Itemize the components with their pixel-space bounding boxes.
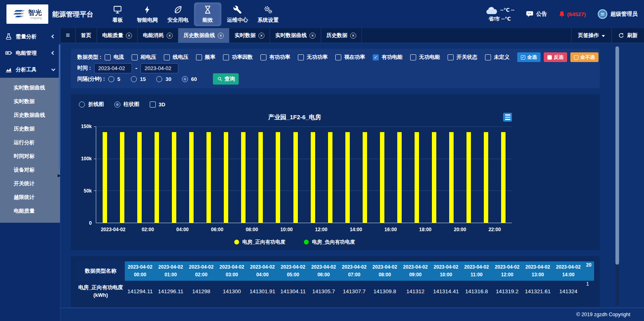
data-type-checkbox-2[interactable]: 相电压 (132, 54, 156, 61)
hamburger-icon[interactable]: ≡ (60, 28, 76, 43)
close-icon[interactable]: × (350, 33, 356, 39)
chart-mode-1[interactable]: 折线图 (79, 101, 104, 108)
bar[interactable] (172, 132, 176, 223)
checkbox-icon[interactable] (164, 54, 170, 60)
bar[interactable] (363, 132, 367, 223)
radio-icon[interactable] (108, 76, 114, 82)
sidebar-item-time-benchmark[interactable]: 时间对标 (0, 149, 60, 163)
bar[interactable] (380, 132, 384, 223)
data-type-checkbox-12[interactable]: 未定义 (485, 54, 510, 61)
nav-item-smart-grid[interactable]: 智能电网 (133, 2, 162, 26)
bar[interactable] (449, 132, 454, 223)
checkbox-icon[interactable] (485, 54, 491, 60)
checkbox-icon[interactable] (335, 54, 341, 60)
sidebar-item-device-benchmark[interactable]: 设备对标 (0, 163, 60, 177)
radio-icon[interactable] (182, 76, 188, 82)
bar[interactable] (206, 132, 211, 223)
radio-icon[interactable] (114, 101, 120, 108)
chart-mode-3[interactable]: 3D (150, 101, 165, 108)
sidebar-item-run-analysis[interactable]: 运行分析 (0, 136, 60, 149)
close-icon[interactable]: × (218, 33, 224, 39)
sidebar-group-energy-mgmt[interactable]: 电能管理 (0, 45, 60, 61)
sidebar-item-history-curve[interactable]: 历史数据曲线 (0, 108, 60, 122)
close-icon[interactable]: × (310, 33, 316, 39)
chart-mode-2[interactable]: 柱状图 (114, 101, 139, 108)
data-type-checkbox-10[interactable]: 无功电能 (410, 54, 440, 61)
sidebar-item-history-data[interactable]: 历史数据 (0, 122, 60, 136)
bar[interactable] (484, 132, 488, 223)
nav-item-settings[interactable]: 系统设置 (254, 2, 283, 26)
bar[interactable] (241, 132, 246, 223)
data-type-checkbox-11[interactable]: 开关状态 (448, 54, 477, 61)
tab-history-curve[interactable]: 历史数据曲线× (178, 28, 229, 43)
checkbox-icon[interactable] (260, 54, 266, 60)
bar[interactable] (224, 132, 228, 223)
bar[interactable] (137, 132, 142, 223)
data-type-checkbox-8[interactable]: 视在功率 (335, 54, 365, 61)
refresh-button[interactable]: 刷新 (611, 28, 644, 43)
query-button[interactable]: 查询 (213, 73, 239, 85)
data-type-checkbox-6[interactable]: 有功功率 (260, 54, 290, 61)
select-none-button[interactable]: 全不选 (570, 52, 599, 62)
checkbox-icon[interactable] (196, 54, 202, 60)
checkbox-icon[interactable] (150, 101, 156, 108)
radio-icon[interactable] (131, 76, 137, 82)
sidebar-item-switch-stats[interactable]: 开关统计 (0, 177, 60, 191)
tab-realtime-curve[interactable]: 实时数据曲线× (270, 28, 321, 43)
checkbox-icon[interactable] (410, 54, 416, 60)
user-menu[interactable]: 超级管理员 (597, 9, 638, 19)
tab-history-data[interactable]: 历史数据× (321, 28, 362, 43)
bar[interactable] (120, 132, 124, 223)
chart-toolbox-menu-icon[interactable] (503, 113, 512, 122)
date-to-input[interactable] (140, 63, 178, 73)
sidebar-item-realtime-data[interactable]: 实时数据 (0, 95, 60, 108)
tab-power-quality[interactable]: 电能质量× (97, 28, 138, 43)
bar[interactable] (328, 132, 332, 223)
nav-item-ops-center[interactable]: 运维中心 (223, 2, 252, 26)
bar[interactable] (258, 132, 263, 223)
data-type-checkbox-7[interactable]: 无功功率 (298, 54, 328, 61)
bar[interactable] (155, 132, 159, 223)
bar[interactable] (189, 132, 194, 223)
notification-button[interactable]: (64527) (558, 10, 586, 18)
sidebar-item-limit-stats[interactable]: 越限统计 (0, 191, 60, 204)
tab-power-consume[interactable]: 电能消耗× (138, 28, 178, 43)
data-type-checkbox-5[interactable]: 功率因数 (223, 54, 253, 61)
announcement-button[interactable]: 公告 (526, 10, 547, 18)
bar[interactable] (432, 132, 436, 223)
interval-radio-15[interactable]: 15 (131, 76, 146, 82)
bar[interactable] (466, 132, 471, 223)
checkbox-icon[interactable] (105, 54, 111, 60)
sidebar-item-realtime-curve[interactable]: 实时数据曲线 (0, 81, 60, 95)
data-type-checkbox-1[interactable]: 电流 (105, 54, 124, 61)
close-icon[interactable]: × (258, 33, 264, 39)
sidebar-item-power-quality[interactable]: 电能质量 (0, 204, 60, 218)
interval-radio-60[interactable]: 60 (182, 76, 197, 82)
bar[interactable] (501, 132, 506, 223)
nav-item-safe-power[interactable]: 安全用电 (163, 2, 192, 26)
close-icon[interactable]: × (126, 33, 132, 39)
invert-selection-button[interactable]: 反选 (544, 52, 567, 62)
sidebar-group-demand-analysis[interactable]: 需量分析 (0, 28, 60, 45)
checkbox-icon[interactable] (223, 54, 229, 60)
bar[interactable] (293, 132, 298, 223)
radio-icon[interactable] (79, 101, 85, 108)
data-type-checkbox-4[interactable]: 频率 (196, 54, 215, 61)
close-icon[interactable]: × (167, 33, 173, 39)
bar[interactable] (276, 132, 280, 223)
bar[interactable] (311, 132, 315, 223)
sidebar-group-analysis-tools[interactable]: 分析工具 (0, 61, 60, 78)
interval-radio-5[interactable]: 5 (108, 76, 120, 82)
bar[interactable] (415, 132, 419, 223)
checkbox-icon[interactable] (298, 54, 304, 60)
tab-realtime-data[interactable]: 实时数据× (229, 28, 270, 43)
data-type-checkbox-9[interactable]: ✓有功电能 (373, 54, 402, 61)
bar[interactable] (397, 132, 402, 223)
legend-item-2[interactable]: 电房_负向有功电度 (304, 239, 355, 246)
checkbox-icon[interactable] (132, 54, 138, 60)
tab-home[interactable]: 首页 (76, 28, 97, 43)
tab-operations-dropdown[interactable]: 页签操作 (571, 28, 611, 43)
nav-item-kanban[interactable]: 看板 (104, 2, 131, 26)
checkbox-icon[interactable] (448, 54, 454, 60)
scrollbar-thumb[interactable] (615, 46, 619, 265)
